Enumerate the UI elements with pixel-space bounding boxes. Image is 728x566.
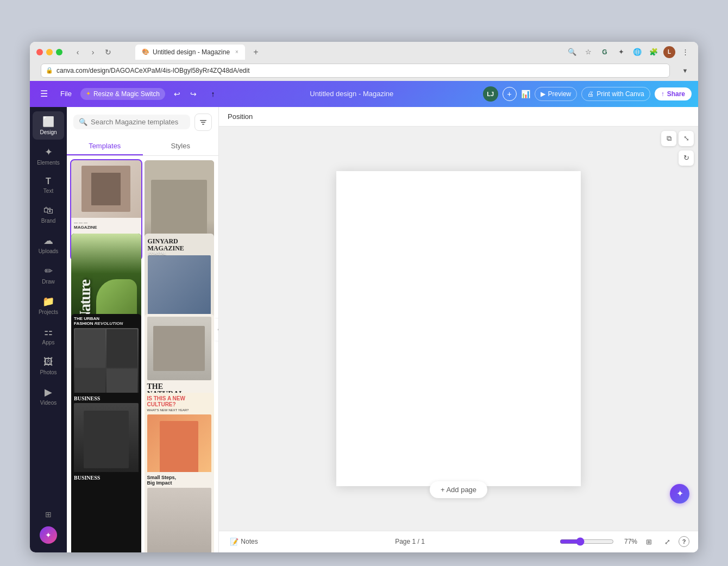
duplicate-page-btn[interactable]: ⧉ xyxy=(661,131,676,146)
minimize-window-btn[interactable] xyxy=(46,49,53,55)
sidebar-item-brand[interactable]: 🛍 Brand xyxy=(33,200,64,228)
sidebar-item-draw[interactable]: ✏ Draw xyxy=(33,261,64,289)
app-header: ☰ File ✦ Resize & Magic Switch ↩ ↪ ↑ Unt… xyxy=(30,81,698,107)
close-window-btn[interactable] xyxy=(36,49,43,55)
templates-grid: — — — MAGAZINE W COASTAL xyxy=(67,156,218,552)
analytics-btn[interactable]: 📊 xyxy=(521,90,530,98)
undo-btn[interactable]: ↩ xyxy=(170,86,185,102)
url-bar[interactable]: canva.com/design/DAGOACeXPaM/4is-lOBgyl5… xyxy=(57,67,665,74)
translate-btn[interactable]: 🌐 xyxy=(631,46,644,59)
grid-view-btn[interactable]: ⊞ xyxy=(642,534,656,549)
file-menu-btn[interactable]: File xyxy=(56,87,76,100)
canva-app: ☰ File ✦ Resize & Magic Switch ↩ ↪ ↑ Unt… xyxy=(30,81,698,552)
magic-star-icon: ✦ xyxy=(86,90,91,97)
sidebar-item-projects[interactable]: 📁 Projects xyxy=(33,291,64,319)
svg-rect-2 xyxy=(202,124,204,125)
preview-label: Preview xyxy=(548,90,572,98)
fullscreen-btn[interactable]: ⤢ xyxy=(660,534,674,549)
tab-templates[interactable]: Templates xyxy=(67,137,143,155)
forward-btn[interactable]: › xyxy=(86,46,99,59)
photos-icon: 🖼 xyxy=(43,356,53,368)
sidebar-bottom: ⊞ ✦ xyxy=(40,507,57,548)
design-icon: ⬜ xyxy=(42,116,54,128)
apps-icon: ⚏ xyxy=(44,326,53,338)
tab-styles[interactable]: Styles xyxy=(143,137,219,155)
profile-btn[interactable]: L xyxy=(663,46,675,58)
apps-grid-btn[interactable]: ⊞ xyxy=(41,507,56,522)
left-sidebar: ⬜ Design ✦ Elements T Text 🛍 Brand xyxy=(30,107,67,552)
share-btn[interactable]: ↑ Share xyxy=(655,87,692,100)
brand-icon: 🛍 xyxy=(43,205,53,216)
search-input-wrap: 🔍 xyxy=(73,115,190,129)
template-card[interactable]: Small Steps, Big Impact SUSTAINABILITY G… xyxy=(145,472,215,552)
notes-icon: 📝 xyxy=(230,538,239,546)
avatar[interactable]: LJ xyxy=(483,86,498,102)
canvas-controls: ⧉ ⤡ xyxy=(661,131,694,146)
redo-btn[interactable]: ↪ xyxy=(186,86,201,102)
help-btn[interactable]: ? xyxy=(679,536,689,547)
templates-panel: 🔍 Templates Styles xyxy=(67,107,219,552)
browser-menu-btn[interactable]: ⋮ xyxy=(679,46,692,59)
maximize-window-btn[interactable] xyxy=(56,49,62,55)
traffic-lights xyxy=(36,49,62,55)
canvas-area: Position ⧉ ⤡ ↻ xyxy=(219,107,698,552)
preview-btn[interactable]: ▶ Preview xyxy=(535,87,578,101)
panel-collapse-btn[interactable]: ‹ xyxy=(214,319,219,341)
search-icon: 🔍 xyxy=(79,118,87,126)
sidebar-item-uploads[interactable]: ☁ Uploads xyxy=(33,230,64,259)
reload-btn[interactable]: ↻ xyxy=(102,46,115,59)
preview-icon: ▶ xyxy=(541,90,545,98)
add-page-top-btn[interactable]: ⤡ xyxy=(679,131,694,146)
magic-switch-btn[interactable]: ✦ Resize & Magic Switch xyxy=(80,88,165,100)
filter-icon xyxy=(199,118,207,126)
share-icon: ↑ xyxy=(661,90,664,98)
sidebar-item-text[interactable]: T Text xyxy=(33,172,64,198)
zoom-slider[interactable] xyxy=(560,537,614,546)
document-title: Untitled design - Magazine xyxy=(225,90,479,98)
main-layout: ⬜ Design ✦ Elements T Text 🛍 Brand xyxy=(30,107,698,552)
sidebar-item-elements[interactable]: ✦ Elements xyxy=(33,142,64,170)
draw-icon: ✏ xyxy=(45,265,53,277)
bookmark-btn[interactable]: ☆ xyxy=(582,46,595,59)
notes-btn[interactable]: 📝 Notes xyxy=(228,534,260,549)
magic-switch-label: Resize & Magic Switch xyxy=(93,90,160,98)
print-icon: 🖨 xyxy=(587,90,594,98)
add-collaborator-btn[interactable]: + xyxy=(503,87,517,101)
zoom-percent: 77% xyxy=(618,538,637,545)
header-right-actions: LJ + 📊 ▶ Preview 🖨 Print with Canva ↑ Sh… xyxy=(483,86,692,102)
refresh-btn[interactable]: ↻ xyxy=(679,150,694,166)
sidebar-item-design[interactable]: ⬜ Design xyxy=(33,111,64,140)
template-card[interactable]: BUSINESS INNOVATION& GROWTH xyxy=(71,472,141,552)
chevron-down-icon[interactable]: ▼ xyxy=(679,64,692,77)
back-btn[interactable]: ‹ xyxy=(71,46,84,59)
new-tab-btn[interactable]: + xyxy=(249,46,262,59)
tab-close-btn[interactable]: × xyxy=(235,49,239,55)
search-browser-btn[interactable]: 🔍 xyxy=(566,46,579,59)
extensions-btn[interactable]: 🧩 xyxy=(647,46,660,59)
canvas-main[interactable]: ⧉ ⤡ ↻ + Add page ✦ xyxy=(219,127,698,531)
browser-tab[interactable]: 🎨 Untitled design - Magazine × xyxy=(135,45,245,60)
page-info: Page 1 / 1 xyxy=(265,538,555,545)
add-page-btn[interactable]: + Add page xyxy=(430,481,487,498)
extension-btn[interactable]: ✦ xyxy=(614,46,627,59)
print-label: Print with Canva xyxy=(597,90,644,98)
canvas-toolbar: Position xyxy=(219,107,698,127)
panel-tabs: Templates Styles xyxy=(67,137,218,156)
filter-btn[interactable] xyxy=(194,114,212,131)
search-input[interactable] xyxy=(91,118,185,126)
sidebar-item-apps[interactable]: ⚏ Apps xyxy=(33,322,64,350)
undo-redo-group: ↩ ↪ xyxy=(170,86,201,102)
print-btn[interactable]: 🖨 Print with Canva xyxy=(581,87,650,101)
magic-ball-btn[interactable]: ✦ xyxy=(40,526,57,544)
sidebar-item-videos[interactable]: ▶ Videos xyxy=(33,382,64,410)
canvas-page[interactable] xyxy=(336,171,581,486)
hamburger-menu-btn[interactable]: ☰ xyxy=(36,86,52,102)
position-label: Position xyxy=(228,112,253,121)
sidebar-item-photos[interactable]: 🖼 Photos xyxy=(33,352,64,380)
upload-btn[interactable]: ↑ xyxy=(205,86,221,102)
grammarly-btn[interactable]: G xyxy=(598,46,611,59)
text-icon: T xyxy=(46,177,51,186)
canva-favicon: 🎨 xyxy=(142,48,149,55)
videos-icon: ▶ xyxy=(45,386,52,398)
magic-assist-btn[interactable]: ✦ xyxy=(670,484,689,504)
